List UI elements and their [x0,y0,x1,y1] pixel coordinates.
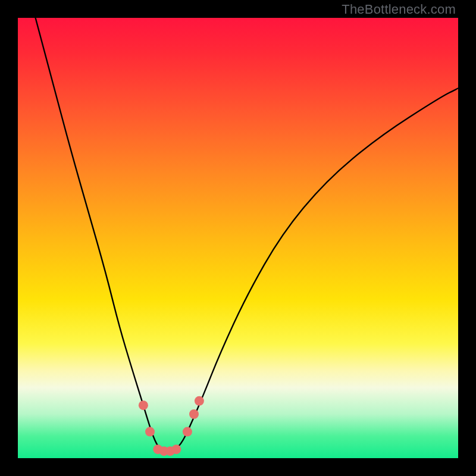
chart-frame: TheBottleneck.com [0,0,476,476]
dot-left-low [145,427,155,437]
dot-right-low [183,427,192,437]
bottleneck-curve [36,18,458,452]
dot-right-up2 [195,396,204,406]
dot-left-up [139,400,148,410]
chart-overlay [18,18,458,458]
dot-right-up1 [189,409,199,419]
marker-group [139,396,204,456]
watermark-text: TheBottleneck.com [342,2,456,17]
dot-bottom-4 [171,444,181,454]
